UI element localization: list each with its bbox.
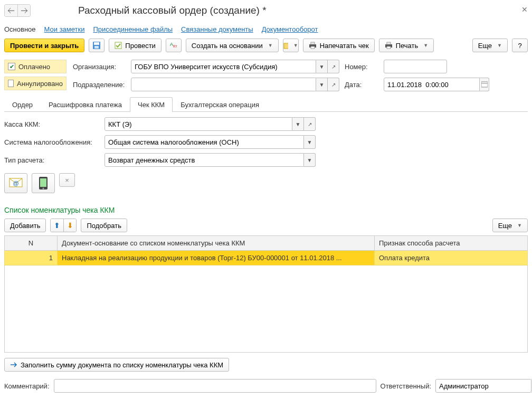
number-field[interactable] xyxy=(384,60,447,73)
svg-rect-11 xyxy=(387,46,391,49)
create-based-button[interactable]: Создать на основании▼ xyxy=(186,39,279,52)
org-field[interactable]: ▼ ↗ xyxy=(131,60,339,73)
attach-button[interactable]: ▼ xyxy=(283,39,299,52)
folder-star-icon xyxy=(283,42,288,49)
x-icon: × xyxy=(65,176,69,184)
col-doc: Документ-основание со списком номенклату… xyxy=(58,236,375,251)
back-button[interactable]: 🡠 xyxy=(5,5,17,16)
calendar-icon[interactable] xyxy=(480,78,489,91)
svg-rect-12 xyxy=(481,82,488,87)
col-n: N xyxy=(5,236,58,251)
org-label: Организация: xyxy=(73,63,126,71)
more-button[interactable]: Еще▼ xyxy=(472,39,508,52)
open-icon[interactable]: ↗ xyxy=(304,117,316,131)
printer-icon xyxy=(385,42,393,49)
clear-button[interactable]: × xyxy=(59,173,75,187)
tab-payment[interactable]: Расшифровка платежа xyxy=(41,97,130,112)
checkbox-icon xyxy=(8,80,14,87)
printer-icon xyxy=(309,42,317,49)
close-icon[interactable]: ✕ xyxy=(521,5,528,14)
print-check-button[interactable]: Напечатать чек xyxy=(303,39,375,52)
dropdown-icon[interactable]: ▼ xyxy=(304,135,316,149)
nav-back-forward[interactable]: 🡠 🡢 xyxy=(4,4,31,17)
date-field[interactable] xyxy=(384,78,489,91)
open-icon[interactable]: ↗ xyxy=(328,78,339,91)
svg-rect-1 xyxy=(94,42,99,45)
page-title: Расходный кассовый ордер (создание) * xyxy=(78,5,267,16)
svg-rect-2 xyxy=(94,46,99,49)
calc-field[interactable]: ▼ xyxy=(104,153,316,167)
svg-point-18 xyxy=(43,188,44,189)
table-row[interactable]: 1 Накладная на реализацию продукции и то… xyxy=(5,251,528,266)
svg-rect-10 xyxy=(387,42,391,44)
post-button[interactable]: Провести xyxy=(109,39,162,52)
resp-field[interactable]: ▼ ↗ xyxy=(435,379,528,393)
kassa-label: Касса ККМ: xyxy=(4,120,99,128)
tab-accounting[interactable]: Бухгалтерская операция xyxy=(173,97,267,112)
resp-label: Ответственный: xyxy=(381,382,431,390)
add-button[interactable]: Добавить xyxy=(4,219,46,232)
svg-text:@: @ xyxy=(13,180,18,186)
svg-rect-17 xyxy=(40,178,46,187)
paid-flag[interactable]: ✔ Оплачено xyxy=(4,60,66,73)
tab-order[interactable]: Ордер xyxy=(4,97,41,112)
calc-label: Тип расчета: xyxy=(4,156,99,164)
svg-rect-4 xyxy=(284,43,288,49)
list-more-button[interactable]: Еще▼ xyxy=(492,219,528,232)
forward-button[interactable]: 🡢 xyxy=(17,5,30,16)
open-icon[interactable]: ↗ xyxy=(328,60,339,73)
navtab-workflow[interactable]: Документооборот xyxy=(262,25,318,33)
print-button[interactable]: Печать▼ xyxy=(379,39,434,52)
number-label: Номер: xyxy=(345,63,378,71)
comment-label: Комментарий: xyxy=(4,382,50,390)
dropdown-icon[interactable]: ▼ xyxy=(316,60,328,73)
help-button[interactable]: ? xyxy=(512,39,528,52)
navtab-linked[interactable]: Связанные документы xyxy=(181,25,253,33)
dept-field[interactable]: ▼ ↗ xyxy=(131,78,339,91)
dropdown-icon[interactable]: ▼ xyxy=(316,78,328,91)
kassa-field[interactable]: ▼ ↗ xyxy=(104,117,316,131)
sms-button[interactable] xyxy=(32,173,55,193)
email-icon: @ xyxy=(9,178,23,188)
post-icon xyxy=(115,42,122,49)
date-label: Дата: xyxy=(345,81,378,89)
navtab-notes[interactable]: Мои заметки xyxy=(44,25,85,33)
move-down-button[interactable]: ⬇ xyxy=(63,219,76,232)
svg-rect-7 xyxy=(311,42,315,44)
dropdown-icon[interactable]: ▼ xyxy=(304,153,316,167)
checkbox-checked-icon: ✔ xyxy=(8,63,15,70)
fill-right-icon xyxy=(10,362,17,368)
dept-label: Подразделение: xyxy=(73,81,126,89)
items-table[interactable]: N Документ-основание со списком номенкла… xyxy=(4,235,528,266)
col-sign: Признак способа расчета xyxy=(375,236,528,251)
move-up-button[interactable]: ⬆ xyxy=(51,219,63,232)
email-button[interactable]: @ xyxy=(4,173,27,193)
phone-icon xyxy=(39,176,48,190)
question-icon: ? xyxy=(518,42,521,50)
dropdown-icon[interactable]: ▼ xyxy=(292,117,304,131)
svg-rect-3 xyxy=(115,42,121,49)
navtab-files[interactable]: Присоединенные файлы xyxy=(93,25,173,33)
tax-label: Система налогообложения: xyxy=(4,138,99,146)
pick-button[interactable]: Подобрать xyxy=(81,219,127,232)
comment-field[interactable] xyxy=(54,379,376,393)
diskette-icon xyxy=(92,41,101,50)
list-title: Список номенклатуры чека ККМ xyxy=(4,206,528,214)
navtab-main[interactable]: Основное xyxy=(4,25,36,33)
save-button[interactable] xyxy=(89,39,104,52)
svg-rect-8 xyxy=(311,46,315,49)
post-and-close-button[interactable]: Провести и закрыть xyxy=(4,39,84,52)
dtkt-icon: АКт xyxy=(170,43,177,48)
tax-field[interactable]: ▼ xyxy=(104,135,316,149)
table-empty-area xyxy=(4,266,528,353)
void-flag[interactable]: Аннулировано xyxy=(4,77,66,90)
fill-sum-button[interactable]: Заполнить сумму документа по списку номе… xyxy=(4,358,229,372)
dtkt-button[interactable]: АКт xyxy=(166,39,182,52)
tab-check[interactable]: Чек ККМ xyxy=(130,97,173,112)
